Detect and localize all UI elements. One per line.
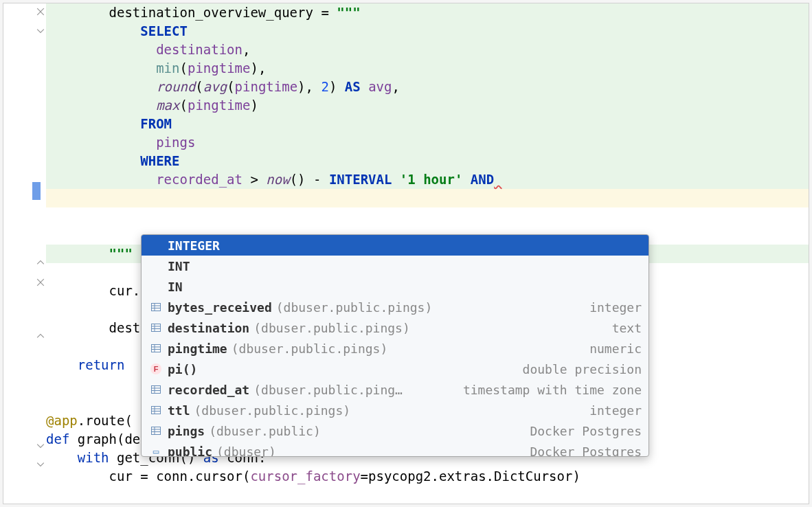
editor-frame: destination_overview_query = """ SELECT … <box>3 3 809 504</box>
fold-mark-icon[interactable] <box>36 258 45 267</box>
code-line[interactable]: destination_overview_query = """ <box>46 3 809 22</box>
completion-item[interactable]: INT <box>142 256 649 276</box>
completion-item[interactable]: Fpi()double precision <box>142 359 649 379</box>
completion-item[interactable]: IN <box>142 276 649 297</box>
completion-item[interactable]: INTEGER <box>142 235 649 256</box>
completion-item[interactable]: ttl (dbuser.public.pings)integer <box>142 400 649 420</box>
code-line[interactable]: max(pingtime) <box>46 96 809 115</box>
fold-mark-icon[interactable] <box>36 27 45 35</box>
completion-item[interactable]: ▭public (dbuser)Docker Postgres <box>142 441 649 457</box>
svg-rect-12 <box>152 386 161 394</box>
svg-rect-20 <box>152 427 161 435</box>
code-line[interactable]: destination, <box>46 41 809 59</box>
change-marker[interactable] <box>32 182 41 200</box>
fold-mark-icon[interactable] <box>36 442 45 450</box>
table-icon <box>148 384 163 395</box>
code-line[interactable]: round(avg(pingtime), 2) AS avg, <box>46 78 809 96</box>
code-line[interactable]: cur = conn.cursor(cursor_factory=psycopg… <box>46 467 809 486</box>
fold-mark-icon[interactable] <box>36 8 45 16</box>
code-line[interactable]: min(pingtime), <box>46 59 809 78</box>
completion-item[interactable]: bytes_received (dbuser.public.pings)inte… <box>142 297 649 317</box>
svg-rect-4 <box>152 324 161 332</box>
schema-icon: ▭ <box>148 446 163 457</box>
svg-rect-16 <box>152 407 161 414</box>
code-line[interactable]: WHERE <box>46 152 809 170</box>
code-line[interactable]: pings <box>46 133 809 152</box>
completion-item[interactable]: recorded_at (dbuser.public.ping…timestam… <box>142 379 649 400</box>
completion-popup[interactable]: INTEGERINTINbytes_received (dbuser.publi… <box>141 234 649 457</box>
completion-item[interactable]: pings (dbuser.public)Docker Postgres <box>142 420 649 441</box>
code-line-caret[interactable] <box>46 189 809 207</box>
table-icon <box>148 425 163 436</box>
code-line[interactable]: recorded_at > now() - INTERVAL '1 hour' … <box>46 170 809 189</box>
table-icon <box>148 405 163 416</box>
table-icon <box>148 322 163 333</box>
completion-item[interactable]: destination (dbuser.public.pings)text <box>142 317 649 338</box>
fold-mark-icon[interactable] <box>36 332 45 340</box>
code-line[interactable] <box>46 207 809 226</box>
svg-rect-0 <box>152 304 161 311</box>
code-line[interactable]: SELECT <box>46 22 809 41</box>
table-icon <box>148 343 163 354</box>
fold-mark-icon[interactable] <box>36 278 45 286</box>
fold-mark-icon[interactable] <box>36 460 45 469</box>
completion-item[interactable]: pingtime (dbuser.public.pings)numeric <box>142 338 649 359</box>
function-icon: F <box>148 363 163 374</box>
svg-rect-8 <box>152 345 161 352</box>
gutter <box>3 3 45 504</box>
table-icon <box>148 302 163 313</box>
code-line[interactable]: FROM <box>46 115 809 133</box>
